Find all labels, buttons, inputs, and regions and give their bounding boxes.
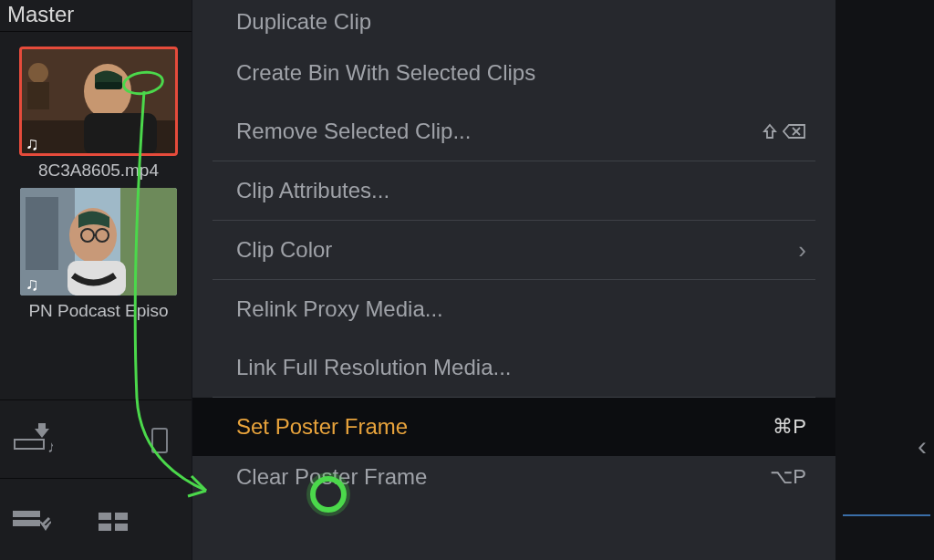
svg-point-5 <box>28 63 48 83</box>
timeline-insert-icon[interactable]: ♪ <box>11 420 53 461</box>
shortcut-opt-p: ⌥P <box>770 465 806 489</box>
menu-item-duplicate-clip[interactable]: Duplicate Clip <box>192 0 835 44</box>
clip-thumbnail[interactable]: ♫ <box>20 47 177 155</box>
svg-rect-16 <box>15 440 44 449</box>
device-icon[interactable] <box>150 427 170 458</box>
track-list-icon[interactable] <box>11 509 51 540</box>
svg-rect-3 <box>84 113 157 155</box>
svg-rect-10 <box>26 197 58 270</box>
menu-item-clip-color[interactable]: Clip Color › <box>192 221 835 279</box>
clip-label: PN Podcast Episo <box>28 301 168 321</box>
svg-rect-20 <box>13 520 40 526</box>
menu-item-label: Remove Selected Clip... <box>236 119 471 144</box>
clip-item[interactable]: ♫ 8C3A8605.mp4 <box>20 47 177 181</box>
toolbar-row-1: ♪ <box>0 410 192 480</box>
menu-item-relink-proxy[interactable]: Relink Proxy Media... <box>192 280 835 338</box>
menu-item-label: Duplicate Clip <box>236 9 371 35</box>
media-pool: ♫ 8C3A8605.mp4 ♫ PN Podcast Episo <box>0 36 192 325</box>
right-panel <box>835 0 934 560</box>
chevron-left-icon[interactable]: ‹ <box>918 430 927 461</box>
music-note-icon: ♫ <box>26 133 42 150</box>
menu-item-label: Create Bin With Selected Clips <box>236 60 535 86</box>
svg-rect-6 <box>27 82 49 109</box>
menu-item-remove-selected[interactable]: Remove Selected Clip... <box>192 102 835 161</box>
svg-rect-21 <box>99 513 111 520</box>
shortcut-cmd-p: ⌘P <box>773 415 806 439</box>
svg-text:♪: ♪ <box>47 438 53 456</box>
svg-rect-23 <box>99 524 111 531</box>
clip-thumbnail[interactable]: ♫ <box>20 188 177 296</box>
menu-item-set-poster-frame[interactable]: Set Poster Frame ⌘P <box>192 398 835 456</box>
svg-rect-19 <box>13 511 40 517</box>
stack-icon[interactable] <box>95 509 131 540</box>
menu-item-label: Set Poster Frame <box>236 414 408 440</box>
menu-item-label: Clip Color <box>236 237 332 263</box>
svg-rect-18 <box>152 429 167 452</box>
svg-rect-4 <box>95 82 122 89</box>
svg-rect-8 <box>120 188 177 296</box>
svg-rect-24 <box>115 524 128 531</box>
menu-item-label: Clear Poster Frame <box>236 464 427 490</box>
shortcut-shift-delete <box>761 122 806 140</box>
context-menu: Duplicate Clip Create Bin With Selected … <box>192 0 835 560</box>
music-note-icon: ♫ <box>26 274 42 290</box>
clip-item[interactable]: ♫ PN Podcast Episo <box>20 188 177 321</box>
clip-label: 8C3A8605.mp4 <box>38 161 159 181</box>
toolbar-row-2 <box>0 493 192 556</box>
menu-item-create-bin[interactable]: Create Bin With Selected Clips <box>192 44 835 102</box>
timeline-track <box>843 514 930 516</box>
menu-item-clip-attributes[interactable]: Clip Attributes... <box>192 161 835 220</box>
svg-rect-22 <box>115 513 128 520</box>
chevron-right-icon: › <box>798 236 806 264</box>
menu-item-label: Relink Proxy Media... <box>236 296 443 322</box>
menu-item-label: Clip Attributes... <box>236 178 389 203</box>
panel-title: Master <box>7 2 74 27</box>
menu-item-label: Link Full Resolution Media... <box>236 355 511 380</box>
menu-item-clear-poster-frame[interactable]: Clear Poster Frame ⌥P <box>192 456 835 498</box>
menu-item-link-full-res[interactable]: Link Full Resolution Media... <box>192 338 835 397</box>
